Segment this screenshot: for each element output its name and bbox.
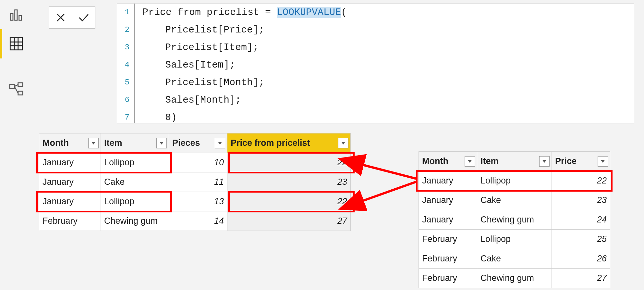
column-header-price-from-pricelist[interactable]: Price from pricelist xyxy=(227,133,351,153)
gutter-divider xyxy=(134,21,135,39)
table-row[interactable]: JanuaryLollipop1322 xyxy=(39,192,351,211)
chevron-down-icon xyxy=(91,142,96,145)
dax-line[interactable]: 3Pricelist[Item]; xyxy=(117,39,634,56)
cell[interactable]: Cake xyxy=(477,249,552,269)
cell[interactable]: 24 xyxy=(552,210,610,230)
table-row[interactable]: FebruaryLollipop25 xyxy=(419,230,610,249)
cell[interactable]: 26 xyxy=(552,249,610,269)
cell[interactable]: 10 xyxy=(169,153,227,172)
filter-dropdown-button[interactable] xyxy=(465,156,475,167)
filter-dropdown-button[interactable] xyxy=(539,156,550,167)
svg-marker-16 xyxy=(160,142,164,145)
filter-dropdown-button[interactable] xyxy=(598,156,608,167)
cell[interactable]: Cake xyxy=(477,191,552,210)
dax-code[interactable]: Pricelist[Item]; xyxy=(142,39,259,56)
cell[interactable]: 14 xyxy=(169,211,227,231)
dax-formula-editor[interactable]: 1Price from pricelist = LOOKUPVALUE(2Pri… xyxy=(117,3,634,123)
cell[interactable]: January xyxy=(39,172,101,192)
cell[interactable]: Chewing gum xyxy=(477,210,552,230)
cell[interactable]: 23 xyxy=(227,172,351,192)
lookup-arrows xyxy=(354,153,419,208)
cell[interactable]: 25 xyxy=(552,230,610,249)
cell[interactable]: 22 xyxy=(227,192,351,211)
cell[interactable]: 23 xyxy=(552,191,610,210)
line-number: 3 xyxy=(118,40,134,54)
table-row[interactable]: JanuaryCake23 xyxy=(419,191,610,210)
data-view-button[interactable] xyxy=(0,29,32,58)
dax-function-token: LOOKUPVALUE xyxy=(277,7,341,18)
model-view-button[interactable] xyxy=(0,75,32,104)
gutter-divider xyxy=(134,4,135,21)
svg-marker-18 xyxy=(341,142,345,145)
table-row[interactable]: FebruaryChewing gum27 xyxy=(419,269,610,288)
table-row[interactable]: JanuaryCake1123 xyxy=(39,172,351,192)
cell[interactable]: January xyxy=(39,192,101,211)
filter-dropdown-button[interactable] xyxy=(88,138,99,148)
commit-formula-button[interactable] xyxy=(72,7,95,28)
dax-line[interactable]: 4Sales[Item]; xyxy=(117,56,634,74)
svg-rect-1 xyxy=(15,10,17,20)
filter-dropdown-button[interactable] xyxy=(215,138,225,148)
filter-dropdown-button[interactable] xyxy=(338,138,348,148)
gutter-divider xyxy=(134,56,135,74)
data-grid-icon xyxy=(9,36,24,51)
cancel-formula-button[interactable] xyxy=(49,7,72,28)
report-view-button[interactable] xyxy=(0,0,32,29)
chevron-down-icon xyxy=(341,142,346,145)
dax-line[interactable]: 6Sales[Month]; xyxy=(117,91,634,109)
dax-token: 0) xyxy=(165,112,177,123)
column-header-month[interactable]: Month xyxy=(39,133,101,153)
cell[interactable]: January xyxy=(419,171,477,191)
cell[interactable]: February xyxy=(419,269,477,288)
table-row[interactable]: JanuaryLollipop1022 xyxy=(39,153,351,172)
cell[interactable]: February xyxy=(419,249,477,269)
dax-line[interactable]: 70) xyxy=(117,109,634,123)
column-header-item[interactable]: Item xyxy=(477,152,552,171)
dax-token: ( xyxy=(341,7,347,18)
dax-code[interactable]: Pricelist[Price]; xyxy=(142,21,264,39)
cell[interactable]: January xyxy=(39,153,101,172)
line-number: 1 xyxy=(118,5,134,19)
table-row[interactable]: FebruaryCake26 xyxy=(419,249,610,269)
table-row[interactable]: JanuaryChewing gum24 xyxy=(419,210,610,230)
cell[interactable]: February xyxy=(39,211,101,231)
cell[interactable]: 13 xyxy=(169,192,227,211)
table-row[interactable]: JanuaryLollipop22 xyxy=(419,171,610,191)
cell[interactable]: Lollipop xyxy=(101,192,169,211)
svg-line-12 xyxy=(14,86,18,93)
cell[interactable]: Lollipop xyxy=(477,171,552,191)
dax-line[interactable]: 5Pricelist[Month]; xyxy=(117,74,634,91)
gutter-divider xyxy=(134,109,135,123)
dax-code[interactable]: 0) xyxy=(142,109,177,123)
pricelist-table: Month Item Price JanuaryLollipop22Januar… xyxy=(419,151,610,288)
cell[interactable]: 27 xyxy=(227,211,351,231)
dax-line[interactable]: 2Pricelist[Price]; xyxy=(117,21,634,39)
cell[interactable]: Chewing gum xyxy=(101,211,169,231)
cell[interactable]: 27 xyxy=(552,269,610,288)
cell[interactable]: January xyxy=(419,210,477,230)
table-row[interactable]: FebruaryChewing gum1427 xyxy=(39,211,351,231)
cell[interactable]: Cake xyxy=(101,172,169,192)
dax-line[interactable]: 1Price from pricelist = LOOKUPVALUE( xyxy=(117,4,634,21)
svg-line-11 xyxy=(14,85,18,87)
cell[interactable]: 22 xyxy=(552,171,610,191)
cell[interactable]: 22 xyxy=(227,153,351,172)
column-header-month[interactable]: Month xyxy=(419,152,477,171)
dax-code[interactable]: Price from pricelist = LOOKUPVALUE( xyxy=(142,4,347,21)
dax-code[interactable]: Sales[Month]; xyxy=(142,91,241,109)
svg-marker-20 xyxy=(542,160,546,163)
cell[interactable]: Lollipop xyxy=(101,153,169,172)
chevron-down-icon xyxy=(159,142,164,145)
filter-dropdown-button[interactable] xyxy=(156,138,167,148)
dax-code[interactable]: Sales[Item]; xyxy=(142,56,235,74)
cell[interactable]: Chewing gum xyxy=(477,269,552,288)
svg-rect-3 xyxy=(10,38,22,50)
cell[interactable]: 11 xyxy=(169,172,227,192)
cell[interactable]: January xyxy=(419,191,477,210)
column-header-item[interactable]: Item xyxy=(101,133,169,153)
cell[interactable]: Lollipop xyxy=(477,230,552,249)
column-header-pieces[interactable]: Pieces xyxy=(169,133,227,153)
dax-code[interactable]: Pricelist[Month]; xyxy=(142,74,264,91)
column-header-price[interactable]: Price xyxy=(552,152,610,171)
cell[interactable]: February xyxy=(419,230,477,249)
